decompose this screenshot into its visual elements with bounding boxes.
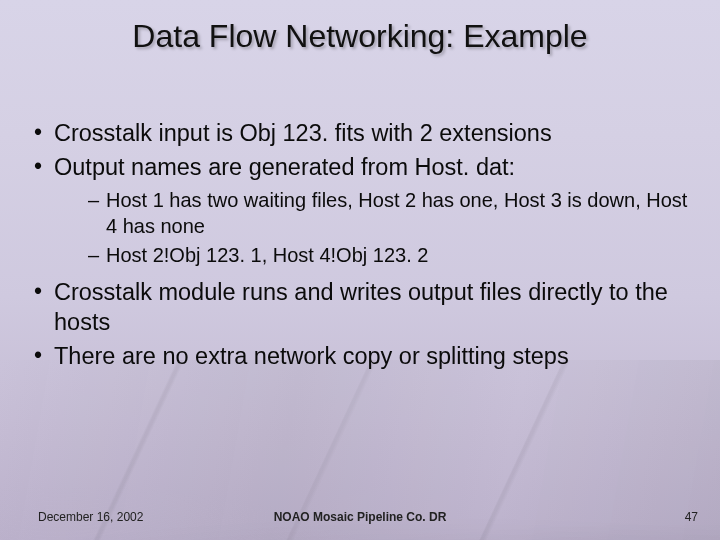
footer-page: 47 [685, 510, 698, 524]
sub-bullet-item: Host 2!Obj 123. 1, Host 4!Obj 123. 2 [88, 243, 690, 269]
slide-title: Data Flow Networking: Example [0, 18, 720, 55]
sub-bullet-item: Host 1 has two waiting files, Host 2 has… [88, 188, 690, 239]
bullet-item: Crosstalk module runs and writes output … [34, 277, 690, 337]
slide: Data Flow Networking: Example Crosstalk … [0, 0, 720, 540]
bullet-item: There are no extra network copy or split… [34, 341, 690, 371]
slide-body: Crosstalk input is Obj 123. fits with 2 … [34, 118, 690, 375]
slide-footer: December 16, 2002 NOAO Mosaic Pipeline C… [0, 504, 720, 524]
bullet-list: Crosstalk input is Obj 123. fits with 2 … [34, 118, 690, 371]
bullet-text: Output names are generated from Host. da… [54, 154, 515, 180]
bullet-item: Output names are generated from Host. da… [34, 152, 690, 269]
sub-bullet-list: Host 1 has two waiting files, Host 2 has… [54, 188, 690, 269]
bullet-item: Crosstalk input is Obj 123. fits with 2 … [34, 118, 690, 148]
footer-center: NOAO Mosaic Pipeline Co. DR [0, 510, 720, 524]
